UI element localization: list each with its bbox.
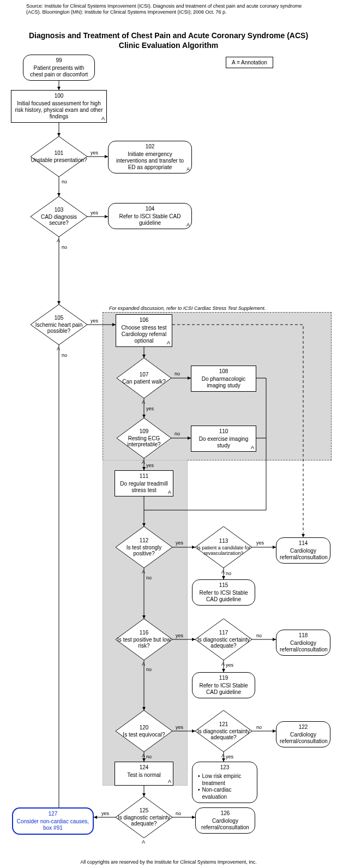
node-107-num: 107 [140, 372, 149, 378]
node-100: 100 Initial focused assessment for high … [11, 90, 107, 123]
node-111-num: 111 [118, 473, 170, 480]
node-114: 114 Cardiology referral/consultation [276, 537, 330, 564]
edge-116-no: no [146, 667, 152, 672]
node-127-text: Consider non-cardiac causes, box #91 [17, 818, 89, 831]
node-109-ann: A [142, 459, 145, 465]
node-112-text: Is test strongly positive? [116, 544, 172, 557]
node-109: 109Resting ECG interpretable? A [117, 418, 171, 458]
node-108: 108 Do pharmacologic imaging study [191, 366, 256, 392]
node-110-num: 110 [195, 428, 252, 435]
node-104-ann: A [186, 222, 190, 228]
node-119: 119 Refer to ICSI Stable CAD guideline [192, 672, 255, 698]
node-121-num: 121 [219, 721, 228, 728]
node-118-text: Cardiology referral/consultation [280, 640, 328, 653]
node-104-num: 104 [112, 206, 188, 212]
node-119-text: Refer to ICSI Stable CAD guideline [200, 683, 248, 695]
node-106-ann: A [167, 340, 170, 346]
node-108-text: Do pharmacologic imaging study [202, 376, 246, 388]
node-109-num: 109 [140, 428, 149, 435]
node-117: 117Is diagnostic certainty adequate? A [195, 619, 252, 660]
node-100-text: Initial focused assessment for high risk… [15, 100, 103, 119]
node-118-num: 118 [280, 632, 327, 639]
node-114-num: 114 [280, 540, 327, 547]
node-103-text: CAD diagnosis secure? [31, 214, 87, 226]
node-106: 106 Choose stress test Cardiology referr… [116, 314, 172, 347]
edge-101-no: no [62, 179, 67, 184]
edge-125-no: no [176, 811, 181, 816]
node-126-num: 126 [199, 810, 251, 817]
node-112-ann: A [142, 569, 145, 574]
node-125: 125Is diagnostic certainty adequate? A [116, 797, 172, 838]
node-102: 102 Initiate emergency interventions and… [108, 141, 192, 173]
edge-121-yes: yes [226, 754, 233, 759]
node-104-text: Refer to ISCI Stable CAD guideline [119, 213, 181, 226]
edge-105-yes: yes [91, 318, 98, 324]
node-125-num: 125 [140, 807, 149, 814]
edge-121-no: no [256, 725, 262, 730]
edge-113-no: no [226, 571, 231, 576]
node-120-text: Is test equivocal? [123, 732, 165, 738]
node-117-num: 117 [219, 630, 228, 636]
node-123-b1: Low risk empiric treatment [202, 773, 251, 787]
edge-112-no: no [146, 575, 152, 580]
node-99-num: 99 [27, 57, 91, 64]
node-121-ann: A [221, 753, 225, 758]
node-113-text: Is patient a candidate for revasculariza… [195, 545, 252, 556]
node-115-num: 115 [196, 582, 251, 589]
node-117-ann: A [221, 661, 225, 667]
node-110-text: Do exercise imaging study [199, 436, 249, 448]
edge-109-yes: yes [146, 463, 154, 468]
node-127-num: 127 [16, 811, 89, 817]
node-117-text: Is diagnostic certainty adequate? [195, 637, 252, 649]
edge-113-yes: yes [256, 540, 264, 546]
node-101-num: 101 [55, 150, 64, 157]
node-124: 124 Test is normal A [115, 762, 173, 786]
node-116: 116Is test positive but low risk? A [116, 619, 172, 660]
node-120-num: 120 [140, 725, 149, 731]
edge-103-no: no [62, 244, 67, 250]
node-123-num: 123 [196, 764, 254, 771]
node-105-num: 105 [55, 315, 64, 321]
node-124-text: Test is normal [127, 772, 161, 778]
node-113: 113Is patient a candidate for revascular… [195, 526, 252, 568]
node-108-num: 108 [195, 368, 252, 375]
node-114-text: Cardiology referral/consultation [280, 548, 328, 560]
node-115-text: Refer to ICSI Stable CAD guideline [200, 590, 248, 602]
node-101-text: Unstable presentation? [31, 157, 87, 164]
node-105-ann: A [57, 346, 60, 351]
node-125-ann: A [142, 839, 145, 845]
node-110: 110 Do exercise imaging study A [191, 426, 256, 452]
node-107-text: Can patient walk? [122, 379, 166, 385]
node-101: 101Unstable presentation? [31, 136, 87, 177]
node-116-num: 116 [140, 630, 149, 636]
node-100-num: 100 [15, 93, 103, 99]
node-109-text: Resting ECG interpretable? [117, 435, 171, 448]
node-103-num: 103 [55, 207, 64, 213]
node-116-ann: A [142, 661, 145, 667]
node-107-ann: A [142, 399, 145, 405]
node-106-num: 106 [119, 317, 168, 324]
edge-101-yes: yes [91, 150, 98, 155]
node-104: 104 Refer to ISCI Stable CAD guideline A [108, 203, 192, 229]
node-123-b2: Non-cardiac evaluation [202, 787, 251, 800]
node-112-num: 112 [140, 537, 149, 544]
node-105: 105Ischemic heart pain possible? A [31, 304, 87, 345]
node-122-num: 122 [280, 724, 327, 731]
node-123: 123 •Low risk empiric treatment •Non-car… [192, 762, 257, 803]
edge-116-yes: yes [176, 633, 183, 638]
edge-109-no: no [174, 431, 180, 436]
edge-103-yes: yes [91, 210, 98, 215]
node-126: 126 Cardiology referral/consultation [195, 807, 255, 834]
edge-105-no: no [62, 352, 67, 358]
edge-107-no: no [174, 371, 180, 376]
node-126-text: Cardiology referral/consultation [201, 818, 249, 830]
edge-120-no: no [146, 754, 152, 759]
node-119-num: 119 [196, 675, 251, 681]
node-120-ann: A [142, 753, 145, 758]
node-122: 122 Cardiology referral/consultation [276, 721, 330, 747]
node-102-ann: A [186, 166, 190, 172]
node-113-num: 113 [219, 538, 228, 544]
node-102-text: Initiate emergency interventions and tra… [116, 151, 184, 170]
edge-120-yes: yes [176, 725, 183, 730]
edge-117-yes: yes [226, 662, 233, 668]
